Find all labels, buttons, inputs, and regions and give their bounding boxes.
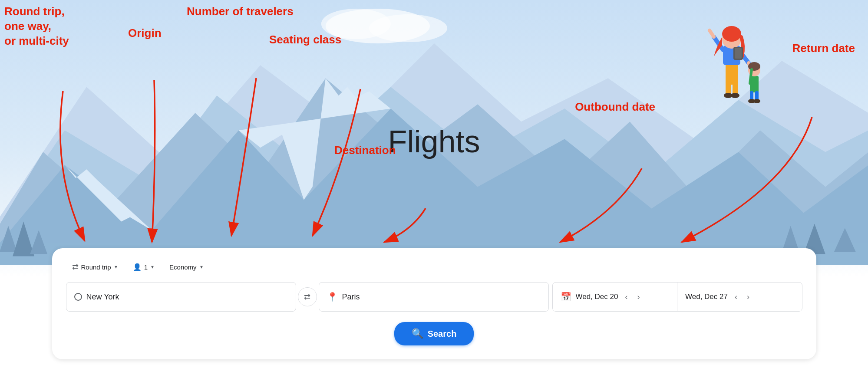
origin-field[interactable]: New York: [66, 282, 296, 312]
origin-circle-icon: [74, 293, 82, 301]
annotation-travelers: Number of travelers: [187, 4, 294, 19]
origin-value: New York: [86, 292, 119, 302]
return-next-button[interactable]: ›: [744, 291, 752, 303]
svg-point-32: [748, 62, 760, 71]
calendar-icon: 📅: [561, 292, 571, 302]
annotation-seating: Seating class: [269, 33, 341, 47]
annotation-destination: Destination: [334, 143, 396, 158]
search-button[interactable]: 🔍 Search: [394, 322, 474, 345]
destination-value: Paris: [342, 292, 360, 302]
travelers-chevron-icon: ▾: [151, 264, 154, 270]
svg-line-19: [710, 30, 714, 37]
search-button-wrap: 🔍 Search: [66, 322, 802, 345]
return-date-field[interactable]: Wed, Dec 27 ‹ ›: [677, 283, 802, 311]
travelers-button[interactable]: 👤 1 ▾: [127, 260, 160, 275]
character-illustration: [703, 13, 772, 108]
annotation-return: Return date: [792, 41, 855, 56]
page-title: Flights: [388, 124, 480, 159]
seating-class-button[interactable]: Economy ▾: [163, 260, 209, 274]
destination-pin-icon: 📍: [327, 292, 338, 302]
destination-field[interactable]: 📍 Paris: [319, 282, 549, 312]
svg-rect-25: [735, 48, 742, 59]
search-icon: 🔍: [412, 328, 423, 339]
outbound-prev-button[interactable]: ‹: [622, 291, 630, 303]
search-button-label: Search: [428, 329, 457, 339]
annotation-outbound: Outbound date: [575, 100, 655, 115]
search-panel: ⇄ Round trip ▾ 👤 1 ▾ Economy ▾ New York …: [52, 248, 816, 359]
swap-icon: ⇄: [304, 292, 310, 302]
svg-point-29: [731, 93, 739, 98]
seating-chevron-icon: ▾: [200, 264, 203, 270]
inputs-row: New York ⇄ 📍 Paris 📅 Wed, Dec 20 ‹ › Wed…: [66, 282, 802, 312]
swap-button[interactable]: ⇄: [298, 287, 317, 306]
trip-type-chevron-icon: ▾: [115, 264, 117, 270]
seating-class-label: Economy: [169, 263, 197, 271]
svg-point-36: [753, 99, 760, 103]
outbound-date-value: Wed, Dec 20: [576, 292, 618, 301]
return-prev-button[interactable]: ‹: [732, 291, 740, 303]
svg-point-23: [722, 26, 741, 42]
controls-row: ⇄ Round trip ▾ 👤 1 ▾ Economy ▾: [66, 259, 802, 275]
svg-point-2: [369, 14, 447, 42]
svg-line-37: [750, 69, 752, 83]
trip-type-label: Round trip: [81, 263, 111, 271]
travelers-count: 1: [144, 263, 148, 271]
round-trip-icon: ⇄: [72, 262, 79, 272]
trip-type-button[interactable]: ⇄ Round trip ▾: [66, 259, 123, 275]
svg-rect-27: [733, 82, 738, 95]
person-icon: 👤: [133, 263, 142, 271]
svg-rect-26: [726, 82, 731, 95]
outbound-next-button[interactable]: ›: [634, 291, 642, 303]
annotation-round-trip: Round trip,one way,or multi-city: [4, 4, 69, 48]
outbound-date-field[interactable]: 📅 Wed, Dec 20 ‹ ›: [553, 283, 678, 311]
return-date-value: Wed, Dec 27: [685, 292, 728, 301]
date-section: 📅 Wed, Dec 20 ‹ › Wed, Dec 27 ‹ ›: [552, 282, 802, 312]
annotation-origin: Origin: [128, 26, 162, 41]
